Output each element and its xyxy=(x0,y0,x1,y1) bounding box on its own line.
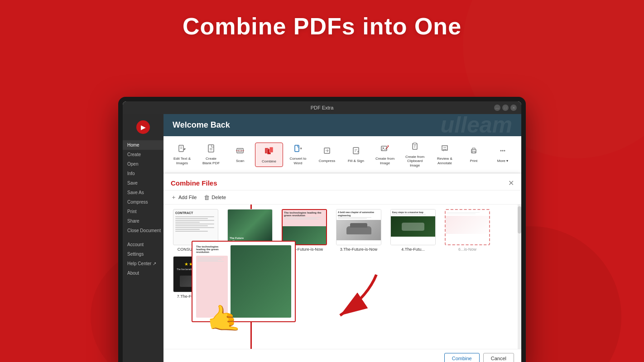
delete-icon: 🗑 xyxy=(204,194,210,201)
file-thumb-3: The technologies leading the green revol… xyxy=(282,209,327,245)
tool-create-image-btn[interactable]: Create fromImage xyxy=(371,141,399,168)
tool-blank-label: CreateBlank PDF xyxy=(202,157,220,165)
file-thumb-4: A bold new chapter of automotive enginee… xyxy=(336,209,381,245)
tool-scan-btn[interactable]: Scan xyxy=(226,143,254,166)
blank-icon xyxy=(207,144,216,156)
svg-point-25 xyxy=(502,150,504,151)
main-toolbar: Edit Text &Images CreateBlank PDF xyxy=(163,136,521,173)
tool-review-label: Review &Annotate xyxy=(437,157,452,165)
edit-icon xyxy=(178,144,187,156)
sidebar: ▶ Home Create Open Info Save Save As Com… xyxy=(123,114,163,362)
compress-icon xyxy=(322,146,332,158)
combine-icon xyxy=(264,146,274,158)
tool-convert-btn[interactable]: Convert toWord xyxy=(284,141,312,168)
green-preview-2: The Futureis Now xyxy=(228,210,272,245)
svg-rect-14 xyxy=(353,148,359,154)
tool-print-btn[interactable]: Print xyxy=(460,143,488,166)
expanded-drag-preview: The technologies leading the green revol… xyxy=(192,241,296,322)
panel-close-btn[interactable]: ✕ xyxy=(508,179,514,187)
tool-create-image-label: Create fromImage xyxy=(375,157,394,165)
delete-btn[interactable]: 🗑 Delete xyxy=(204,193,226,201)
sidebar-logo: ▶ xyxy=(136,120,150,134)
headline: Combine PDFs into One xyxy=(0,13,644,40)
tool-print-label: Print xyxy=(470,159,477,163)
file-card-4[interactable]: A bold new chapter of automotive enginee… xyxy=(334,209,384,252)
tool-scan-label: Scan xyxy=(236,159,244,163)
tool-blank-btn[interactable]: CreateBlank PDF xyxy=(197,141,225,168)
sidebar-item-save[interactable]: Save xyxy=(123,178,163,188)
file-card-6[interactable]: 6...is-Now xyxy=(442,209,492,252)
welcome-text: Welcome Back xyxy=(173,120,230,129)
fillsign-icon xyxy=(351,146,360,158)
welcome-bar: Welcome Back ulleam xyxy=(163,114,521,136)
cancel-button[interactable]: Cancel xyxy=(483,353,514,362)
tool-fillsign-btn[interactable]: Fill & Sign xyxy=(342,143,370,166)
file-name-5: 4.The-Futu... xyxy=(401,247,425,252)
minimize-btn[interactable]: — xyxy=(494,105,500,111)
file-card-5[interactable]: Easy steps to a massive leap xyxy=(388,209,438,252)
convert-icon xyxy=(293,144,303,156)
tool-compress-label: Compress xyxy=(319,159,335,163)
drag-arrow xyxy=(304,270,385,329)
tool-review-btn[interactable]: Review &Annotate xyxy=(431,141,459,168)
logo-icon: ▶ xyxy=(141,124,146,131)
combine-button[interactable]: Combine xyxy=(444,353,480,362)
panel-footer: Combine Cancel xyxy=(163,349,521,362)
file-thumb-1: CONTRACT xyxy=(173,209,218,245)
sidebar-item-open[interactable]: Open xyxy=(123,159,163,169)
file-thumb-6 xyxy=(445,209,490,245)
tool-compress-btn[interactable]: Compress xyxy=(313,143,341,166)
combine-panel: Combine Files ✕ ＋ Add File 🗑 Delete xyxy=(163,173,521,362)
tool-clipboard-btn[interactable]: Create fromClipboard Image xyxy=(400,139,430,170)
file-thumb-5: Easy steps to a massive leap xyxy=(390,209,436,245)
close-btn[interactable]: ✕ xyxy=(510,105,517,111)
delete-label: Delete xyxy=(211,195,226,200)
welcome-watermark: ulleam xyxy=(441,114,512,136)
screen-content: PDF Extra — □ ✕ ▶ Home Create Open In xyxy=(123,101,521,362)
main-area: Welcome Back ulleam Edit Text &Images xyxy=(163,114,521,362)
sidebar-item-info[interactable]: Info xyxy=(123,169,163,178)
review-icon xyxy=(440,144,449,156)
svg-point-26 xyxy=(504,150,505,151)
add-file-label: Add File xyxy=(178,195,197,200)
sidebar-item-settings[interactable]: Settings xyxy=(123,249,163,259)
panel-title: Combine Files xyxy=(171,179,217,187)
tool-more-btn[interactable]: More ▾ xyxy=(489,143,517,166)
add-file-btn[interactable]: ＋ Add File xyxy=(171,193,197,201)
file-thumb-2: The Futureis Now xyxy=(227,209,273,245)
sidebar-item-close[interactable]: Close Document xyxy=(123,226,163,235)
sidebar-item-account[interactable]: Account xyxy=(123,240,163,249)
grid-scrollbar[interactable] xyxy=(518,205,521,349)
laptop-screen: PDF Extra — □ ✕ ▶ Home Create Open In xyxy=(118,97,526,362)
panel-header: Combine Files ✕ xyxy=(163,173,521,191)
title-bar: PDF Extra — □ ✕ xyxy=(123,101,521,114)
sidebar-item-print[interactable]: Print xyxy=(123,207,163,216)
scan-icon xyxy=(235,146,245,158)
sidebar-item-home[interactable]: Home xyxy=(123,140,163,150)
doc-preview-1: CONTRACT xyxy=(173,210,218,245)
tool-edit-btn[interactable]: Edit Text &Images xyxy=(168,141,196,168)
svg-rect-12 xyxy=(295,145,299,152)
svg-point-23 xyxy=(472,150,472,150)
sidebar-item-compress[interactable]: Compress xyxy=(123,197,163,207)
panel-toolbar: ＋ Add File 🗑 Delete xyxy=(163,191,521,205)
svg-rect-22 xyxy=(472,151,475,153)
tool-combine-btn[interactable]: Combine xyxy=(255,143,283,167)
window-controls: — □ ✕ xyxy=(494,105,517,111)
maximize-btn[interactable]: □ xyxy=(502,105,509,111)
print-icon xyxy=(469,146,478,158)
sidebar-item-help[interactable]: Help Center ↗ xyxy=(123,259,163,268)
sidebar-item-saveas[interactable]: Save As xyxy=(123,188,163,197)
app-title: PDF Extra xyxy=(311,105,334,110)
sidebar-item-share[interactable]: Share xyxy=(123,216,163,226)
sidebar-item-create[interactable]: Create xyxy=(123,150,163,159)
file-name-4: 3.The-Future-is-Now xyxy=(340,247,378,252)
tool-convert-label: Convert toWord xyxy=(290,157,307,165)
create-image-icon xyxy=(380,144,389,156)
sidebar-item-about[interactable]: About xyxy=(123,268,163,278)
tool-clipboard-label: Create fromClipboard Image xyxy=(404,155,426,168)
laptop-container: PDF Extra — □ ✕ ▶ Home Create Open In xyxy=(118,97,526,362)
tool-edit-label: Edit Text &Images xyxy=(173,157,191,165)
more-icon xyxy=(498,146,507,158)
scrollbar-thumb[interactable] xyxy=(518,206,521,233)
